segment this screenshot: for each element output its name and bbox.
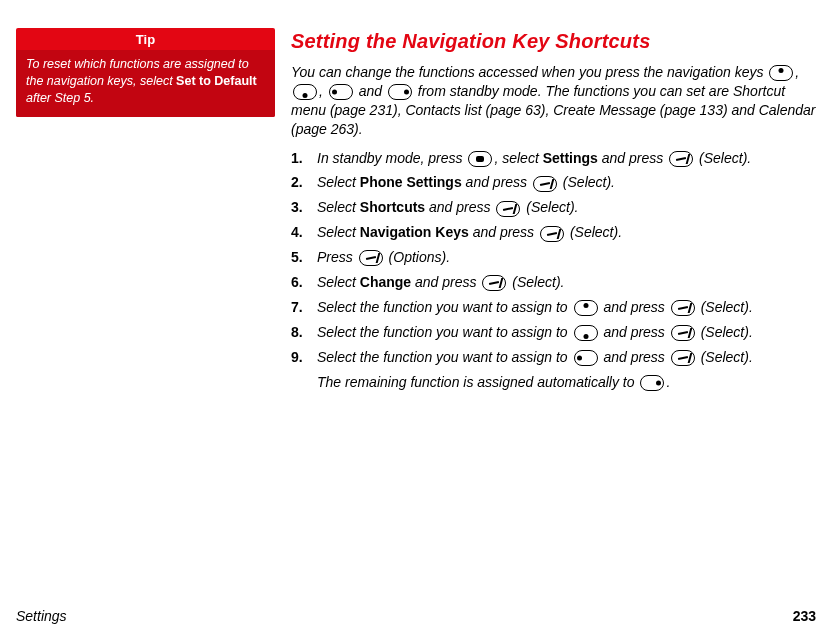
soft-key-left-icon xyxy=(359,250,383,266)
step-text: (Select). xyxy=(697,324,753,340)
page-title: Setting the Navigation Key Shortcuts xyxy=(291,28,816,55)
step-5: Press (Options). xyxy=(291,248,816,267)
steps-list: In standby mode, press , select Settings… xyxy=(291,149,816,367)
nav-right-icon xyxy=(640,375,664,391)
step-text: (Select). xyxy=(697,299,753,315)
nav-left-icon xyxy=(329,84,353,100)
step-9: Select the function you want to assign t… xyxy=(291,348,816,367)
note-text: The remaining function is assigned autom… xyxy=(317,374,638,390)
center-key-icon xyxy=(468,151,492,167)
intro-t0: You can change the functions accessed wh… xyxy=(291,64,767,80)
step-bold: Phone Settings xyxy=(360,174,462,190)
step-text: Select the function you want to assign t… xyxy=(317,324,572,340)
soft-key-left-icon xyxy=(482,275,506,291)
tip-text-2: after Step 5. xyxy=(26,91,94,105)
step-1: In standby mode, press , select Settings… xyxy=(291,149,816,168)
soft-key-left-icon xyxy=(671,300,695,316)
note-text: . xyxy=(666,374,670,390)
tip-title: Tip xyxy=(16,28,275,50)
step-text: and press xyxy=(469,224,538,240)
step-text: (Select). xyxy=(522,199,578,215)
footer-section: Settings xyxy=(16,608,67,624)
soft-key-left-icon xyxy=(496,201,520,217)
content-area: Setting the Navigation Key Shortcuts You… xyxy=(291,28,816,600)
step-text: Select xyxy=(317,199,360,215)
step-text: Select the function you want to assign t… xyxy=(317,299,572,315)
tip-bold: Set to Default xyxy=(176,74,257,88)
step-text: and press xyxy=(600,349,669,365)
step-text: Select the function you want to assign t… xyxy=(317,349,572,365)
step-text: and press xyxy=(598,150,667,166)
nav-up-icon xyxy=(769,65,793,81)
step-text: and press xyxy=(411,274,480,290)
tip-body: To reset which functions are assigned to… xyxy=(16,50,275,117)
nav-right-icon xyxy=(388,84,412,100)
step-text: In standby mode, press xyxy=(317,150,466,166)
nav-left-icon xyxy=(574,350,598,366)
step-text: (Select). xyxy=(559,174,615,190)
step-text: (Select). xyxy=(695,150,751,166)
step-bold: Navigation Keys xyxy=(360,224,469,240)
step-bold: Settings xyxy=(543,150,598,166)
step-text: Select xyxy=(317,274,360,290)
step-text: and press xyxy=(600,299,669,315)
step-text: , select xyxy=(494,150,542,166)
step-text: (Select). xyxy=(697,349,753,365)
page-number: 233 xyxy=(793,608,816,624)
step-text: and press xyxy=(425,199,494,215)
soft-key-left-icon xyxy=(533,176,557,192)
step-text: Select xyxy=(317,174,360,190)
soft-key-left-icon xyxy=(671,350,695,366)
step-4: Select Navigation Keys and press (Select… xyxy=(291,223,816,242)
intro-t2: , xyxy=(319,83,327,99)
soft-key-left-icon xyxy=(669,151,693,167)
intro-t3: and xyxy=(355,83,386,99)
step-bold: Shortcuts xyxy=(360,199,425,215)
soft-key-left-icon xyxy=(540,226,564,242)
step-text: Select xyxy=(317,224,360,240)
soft-key-left-icon xyxy=(671,325,695,341)
closing-note: The remaining function is assigned autom… xyxy=(291,373,816,392)
step-8: Select the function you want to assign t… xyxy=(291,323,816,342)
step-7: Select the function you want to assign t… xyxy=(291,298,816,317)
page-footer: Settings 233 xyxy=(16,608,816,624)
nav-down-icon xyxy=(293,84,317,100)
step-6: Select Change and press (Select). xyxy=(291,273,816,292)
tip-box: Tip To reset which functions are assigne… xyxy=(16,28,275,117)
nav-up-icon xyxy=(574,300,598,316)
step-text: (Select). xyxy=(566,224,622,240)
step-text: and press xyxy=(600,324,669,340)
nav-down-icon xyxy=(574,325,598,341)
intro-paragraph: You can change the functions accessed wh… xyxy=(291,63,816,139)
step-text: Press xyxy=(317,249,357,265)
step-text: and press xyxy=(462,174,531,190)
step-text: (Select). xyxy=(508,274,564,290)
step-bold: Change xyxy=(360,274,411,290)
step-3: Select Shortcuts and press (Select). xyxy=(291,198,816,217)
step-text: (Options). xyxy=(385,249,450,265)
step-2: Select Phone Settings and press (Select)… xyxy=(291,173,816,192)
intro-t1: , xyxy=(795,64,799,80)
